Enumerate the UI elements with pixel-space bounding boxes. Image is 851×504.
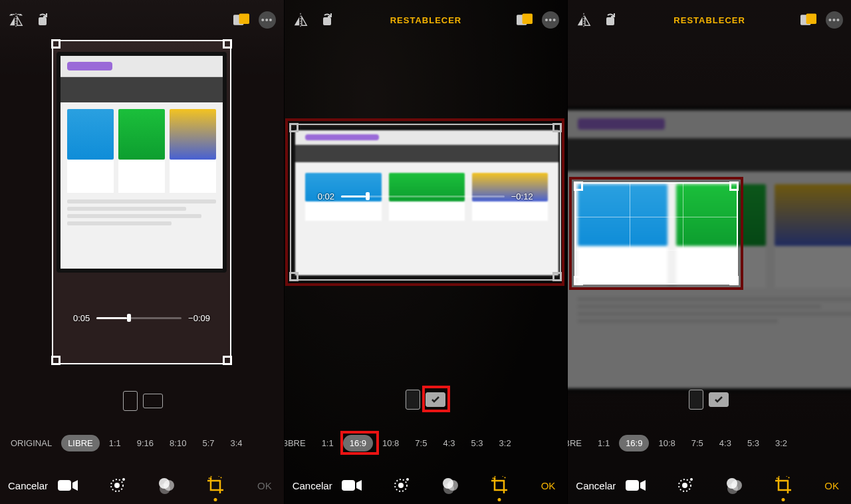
tutorial-highlight-orientation <box>422 386 450 412</box>
orientation-portrait[interactable] <box>123 391 138 411</box>
aspect-presets-icon[interactable] <box>517 12 533 28</box>
flip-icon[interactable] <box>8 12 24 28</box>
orientation-landscape[interactable] <box>709 392 729 407</box>
flip-icon[interactable] <box>293 12 308 28</box>
scrub-elapsed: 0:02 <box>318 191 334 201</box>
cancel-button[interactable]: Cancelar <box>8 480 48 491</box>
aspect-presets-icon[interactable] <box>800 12 816 28</box>
video-scrubber[interactable] <box>341 195 505 197</box>
aspect-presets-icon[interactable] <box>233 12 249 28</box>
crop-frame[interactable]: 0:05 −0:09 <box>52 40 231 364</box>
ratio-1-1[interactable]: 1:1 <box>591 435 616 451</box>
svg-point-16 <box>406 478 409 481</box>
tutorial-highlight-ratio <box>340 431 379 455</box>
ratio-7-5[interactable]: 7:5 <box>685 435 710 451</box>
filters-tool-icon[interactable] <box>722 473 746 497</box>
more-icon[interactable]: ••• <box>826 11 843 29</box>
ratio-4-3[interactable]: 4:3 <box>713 435 738 451</box>
editor-panel-1: 0:05 −0:09 ••• <box>0 0 284 504</box>
ratio-5-3[interactable]: 5:3 <box>464 435 489 451</box>
svg-point-29 <box>727 483 738 494</box>
orientation-portrait[interactable] <box>406 390 420 410</box>
svg-rect-3 <box>58 480 71 491</box>
ratio-3-4[interactable]: 3:4 <box>223 435 249 451</box>
orientation-portrait[interactable] <box>689 390 703 410</box>
svg-rect-12 <box>523 14 533 24</box>
reset-button[interactable]: RESTABLECER <box>390 15 462 25</box>
ratio-libre-cut[interactable]: BRE <box>568 435 588 451</box>
scrub-remaining: −0:12 <box>511 191 533 201</box>
adjust-tool-icon[interactable] <box>673 473 697 497</box>
rotate-icon[interactable] <box>602 12 618 28</box>
more-icon[interactable]: ••• <box>259 11 276 29</box>
rotate-icon[interactable] <box>319 12 335 28</box>
video-tool-icon[interactable] <box>340 473 364 497</box>
ratio-3-2[interactable]: 3:2 <box>769 435 794 451</box>
flip-icon[interactable] <box>576 12 592 28</box>
svg-rect-13 <box>342 480 355 491</box>
ratio-libre[interactable]: LIBRE <box>61 435 100 451</box>
scrub-elapsed: 0:05 <box>73 313 90 323</box>
ratio-7-5[interactable]: 7:5 <box>408 435 433 451</box>
ratio-libre-cut[interactable]: 3BRE <box>285 435 312 451</box>
more-icon[interactable]: ••• <box>542 11 559 29</box>
ok-button[interactable]: OK <box>257 480 272 491</box>
ratio-10-8[interactable]: 10:8 <box>376 435 406 451</box>
crop-frame[interactable]: 0:02 −0:12 <box>290 124 561 281</box>
rotate-icon[interactable] <box>35 12 51 28</box>
svg-point-5 <box>114 483 120 488</box>
ratio-5-3[interactable]: 5:3 <box>741 435 766 451</box>
ratio-3-2[interactable]: 3:2 <box>493 435 518 451</box>
crop-tool-icon[interactable] <box>771 473 795 497</box>
crop-tool-icon[interactable] <box>203 473 227 497</box>
svg-point-6 <box>122 478 125 481</box>
crop-tool-icon[interactable] <box>487 473 511 497</box>
svg-point-15 <box>398 483 404 488</box>
ratio-1-1[interactable]: 1:1 <box>315 435 340 451</box>
svg-point-9 <box>160 483 170 494</box>
svg-point-25 <box>682 483 687 488</box>
filters-tool-icon[interactable] <box>438 473 462 497</box>
ratio-9-16[interactable]: 9:16 <box>130 435 160 451</box>
video-tool-icon[interactable] <box>624 473 648 497</box>
video-scrubber[interactable] <box>96 317 182 319</box>
svg-rect-0 <box>39 17 47 25</box>
svg-point-19 <box>443 483 454 494</box>
editor-panel-3: RESTABLECER ••• BRE 1:1 16:9 10:8 7:5 4:… <box>567 0 851 504</box>
ratio-original[interactable]: ORIGINAL <box>4 435 59 451</box>
cancel-button[interactable]: Cancelar <box>293 480 332 491</box>
svg-rect-2 <box>239 14 249 24</box>
reset-button[interactable]: RESTABLECER <box>673 15 745 25</box>
svg-rect-23 <box>626 480 639 491</box>
video-tool-icon[interactable] <box>56 473 80 497</box>
cancel-button[interactable]: Cancelar <box>576 480 616 491</box>
adjust-tool-icon[interactable] <box>105 473 129 497</box>
ratio-4-3[interactable]: 4:3 <box>436 435 461 451</box>
svg-point-26 <box>690 478 693 481</box>
adjust-tool-icon[interactable] <box>389 473 413 497</box>
ratio-10-8[interactable]: 10:8 <box>652 435 681 451</box>
svg-rect-22 <box>806 14 816 24</box>
ok-button[interactable]: OK <box>824 480 839 491</box>
svg-rect-20 <box>606 17 614 25</box>
ratio-8-10[interactable]: 8:10 <box>163 435 193 451</box>
svg-rect-10 <box>323 17 331 25</box>
editor-panel-2: 0:02 −0:12 RESTABLECER ••• <box>284 0 568 504</box>
scrub-remaining: −0:09 <box>188 313 210 323</box>
crop-frame[interactable] <box>574 182 738 285</box>
orientation-landscape[interactable] <box>143 394 163 408</box>
ratio-5-7[interactable]: 5:7 <box>195 435 221 451</box>
filters-tool-icon[interactable] <box>154 473 178 497</box>
ok-button[interactable]: OK <box>541 480 556 491</box>
ratio-16-9[interactable]: 16:9 <box>619 435 649 451</box>
ratio-1-1[interactable]: 1:1 <box>102 435 128 451</box>
